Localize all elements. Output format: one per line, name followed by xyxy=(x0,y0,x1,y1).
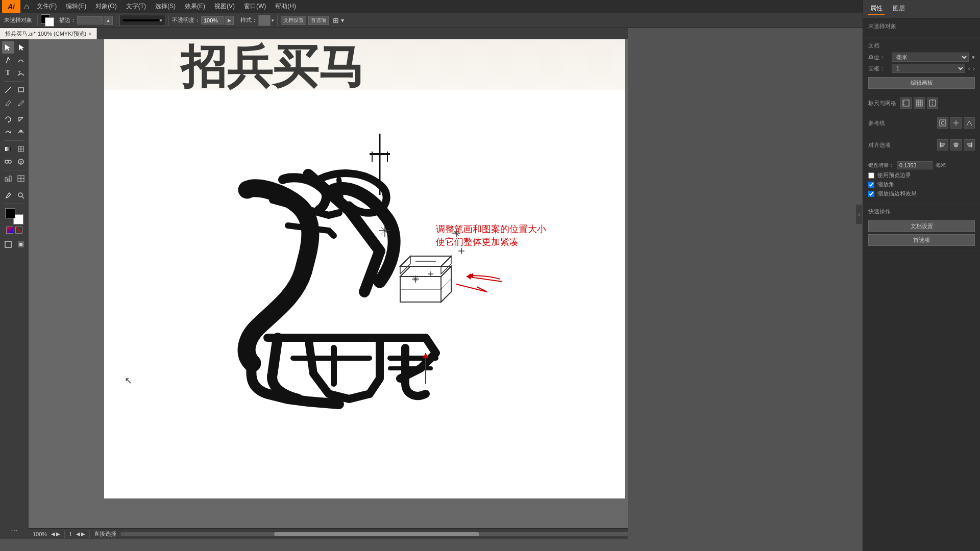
layers-tab[interactable]: 图层 xyxy=(891,3,907,15)
svg-rect-90 xyxy=(969,145,972,146)
pen-tool-btn[interactable] xyxy=(2,54,14,66)
edit-artboard-btn[interactable]: 编辑画板 xyxy=(868,77,975,89)
ruler-icon-btn[interactable] xyxy=(900,97,912,109)
arrange-dropdown[interactable]: ▾ xyxy=(341,17,344,24)
style-swatch[interactable] xyxy=(258,15,271,26)
menu-view[interactable]: 视图(V) xyxy=(210,1,239,12)
snap-icon-2[interactable] xyxy=(950,117,962,129)
properties-tab[interactable]: 属性 xyxy=(868,3,885,15)
pencil-tool-btn[interactable] xyxy=(15,96,27,109)
stroke-input[interactable] xyxy=(77,16,103,24)
line-tool-btn[interactable] xyxy=(2,84,14,96)
curvature-tool-btn[interactable] xyxy=(15,54,27,66)
scale-corners-checkbox[interactable] xyxy=(868,182,874,188)
column-chart-btn[interactable] xyxy=(2,172,14,185)
tolerance-input[interactable] xyxy=(897,161,933,169)
zoom-level[interactable]: 100% xyxy=(33,531,47,537)
align-center-btn[interactable] xyxy=(950,139,962,151)
eyedrop-tool-btn[interactable] xyxy=(2,189,14,202)
rect-tool-btn[interactable] xyxy=(15,84,27,96)
svg-rect-10 xyxy=(5,147,11,151)
type-tool-btn[interactable]: T xyxy=(2,67,14,79)
document-tab[interactable]: 招兵买马.ai* 100% (CMYK/预览) × xyxy=(0,28,97,39)
fill-stroke-area[interactable] xyxy=(41,13,57,28)
panel-collapse-btn[interactable]: ‹ xyxy=(855,204,863,224)
menu-edit[interactable]: 编辑(E) xyxy=(62,1,90,12)
select-tool-btn[interactable] xyxy=(2,41,14,54)
use-preview-checkbox[interactable] xyxy=(868,172,874,179)
unit-select[interactable]: 毫米像素英寸 xyxy=(892,53,969,62)
stroke-swatch[interactable] xyxy=(45,17,54,27)
zoom-tool-btn[interactable] xyxy=(15,189,27,202)
tool-row-mode xyxy=(2,238,27,251)
quick-doc-setup-btn[interactable]: 文档设置 xyxy=(868,220,975,232)
menu-type[interactable]: 文字(T) xyxy=(122,1,150,12)
mesh-tool-btn[interactable] xyxy=(15,143,27,155)
rotate-tool-btn[interactable] xyxy=(2,113,14,126)
guides-icon-btn[interactable] xyxy=(927,97,938,109)
gradient-tool-btn[interactable] xyxy=(2,143,14,155)
page-number[interactable]: 1 xyxy=(69,531,72,537)
warp-tool-btn[interactable] xyxy=(2,126,14,138)
page-prev-btn[interactable]: ◀ xyxy=(76,531,80,537)
properties-panel: 属性 图层 未选择对象 文档 单位： 毫米像素英寸 ▾ 画板： 124 ‹ › … xyxy=(863,0,980,551)
horizontal-scrollbar[interactable] xyxy=(120,532,628,536)
more-tools-btn[interactable]: ··· xyxy=(11,526,17,539)
normal-mode-btn[interactable] xyxy=(2,238,14,251)
grid-icon-btn[interactable] xyxy=(914,97,925,109)
menu-effect[interactable]: 效果(E) xyxy=(181,1,209,12)
opacity-input[interactable] xyxy=(201,16,224,24)
quick-prefs-btn[interactable]: 首选项 xyxy=(868,234,975,246)
stroke-area: 描边： ▲ xyxy=(59,16,113,25)
tab-close-btn[interactable]: × xyxy=(88,31,91,37)
toolbar: 未选择对象 描边： ▲ ▾ 不透明度： ▶ 样式： ▾ 文档设置 首选项 ⊞ ▾ xyxy=(0,13,980,28)
align-left-btn[interactable] xyxy=(937,139,948,151)
stroke-up-btn[interactable]: ▲ xyxy=(104,16,113,25)
direct-select-tool-btn[interactable] xyxy=(15,41,27,54)
cursor-indicator: ↖ xyxy=(125,375,132,386)
align-right-btn[interactable] xyxy=(964,139,975,151)
artboard-right-btn[interactable]: › xyxy=(973,65,975,71)
page-next-btn[interactable]: ▶ xyxy=(81,531,85,537)
type-path-tool-btn[interactable]: T xyxy=(15,67,27,79)
scroll-thumb[interactable] xyxy=(274,532,479,536)
scale-tool-btn[interactable] xyxy=(15,113,27,126)
snap-icon-1[interactable] xyxy=(937,117,948,129)
scale-strokes-row: 缩放描边和效果 xyxy=(868,190,975,197)
artboard-row: 画板： 124 ‹ › xyxy=(868,64,975,73)
snap-icon-3[interactable] xyxy=(964,117,975,129)
zoom-prev-btn[interactable]: ◀ xyxy=(51,531,55,537)
zoom-next-btn[interactable]: ▶ xyxy=(56,531,60,537)
reshape-tool-btn[interactable] xyxy=(15,126,27,138)
fg-color-swatch[interactable] xyxy=(5,208,15,218)
svg-marker-2 xyxy=(19,44,24,51)
home-icon[interactable]: ⌂ xyxy=(21,2,32,12)
menu-help[interactable]: 帮助(H) xyxy=(271,1,300,12)
artboard-left-btn[interactable]: ‹ xyxy=(968,65,970,71)
doc-setup-btn[interactable]: 文档设置 xyxy=(281,16,306,25)
color-mode-btn[interactable] xyxy=(6,227,13,234)
none-color-btn[interactable] xyxy=(15,227,22,234)
unit-dropdown-icon[interactable]: ▾ xyxy=(972,54,975,61)
menu-object[interactable]: 对象(O) xyxy=(91,1,120,12)
stroke-style-selector[interactable]: ▾ xyxy=(119,15,165,26)
menu-select[interactable]: 选择(S) xyxy=(151,1,180,12)
paintbrush-tool-btn[interactable] xyxy=(2,96,14,109)
scale-strokes-checkbox[interactable] xyxy=(868,191,874,197)
menu-file[interactable]: 文件(F) xyxy=(33,1,61,12)
tool-row-3: T T xyxy=(2,67,27,79)
extra-tools: ⊞ ▾ xyxy=(333,16,344,24)
canvas-area: 招兵买马 xyxy=(29,39,628,539)
symbol-tool-btn[interactable]: S xyxy=(15,156,27,168)
blend-tool-btn[interactable] xyxy=(2,156,14,168)
arrange-icon[interactable]: ⊞ xyxy=(333,16,339,24)
slice-tool-btn[interactable] xyxy=(15,172,27,185)
menu-window[interactable]: 窗口(W) xyxy=(240,1,270,12)
tool-name-status: 直接选择 xyxy=(94,530,116,538)
style-dropdown[interactable]: ▾ xyxy=(272,18,274,23)
mask-mode-btn[interactable] xyxy=(15,238,27,251)
prefs-btn[interactable]: 首选项 xyxy=(308,16,329,25)
svg-text:招兵买马: 招兵买马 xyxy=(180,42,364,90)
opacity-arrow-btn[interactable]: ▶ xyxy=(225,16,234,25)
artboard-select[interactable]: 124 xyxy=(892,64,965,73)
